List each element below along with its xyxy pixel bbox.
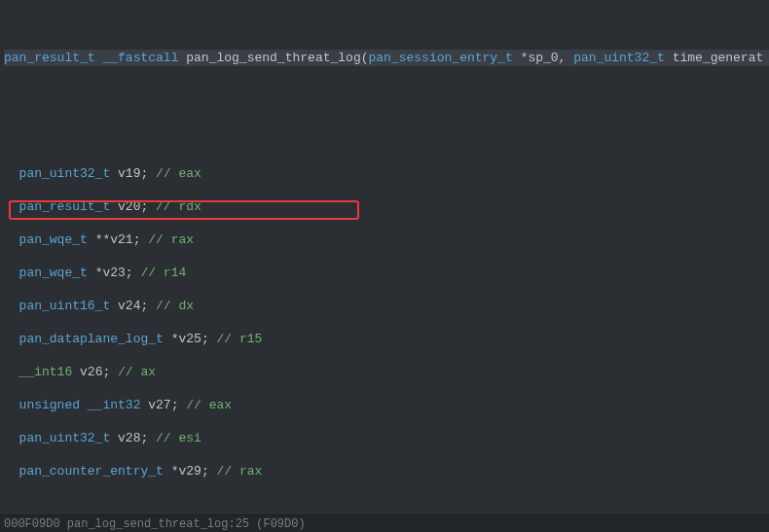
param1-type: pan_session_entry_t: [369, 51, 513, 65]
decl-v27[interactable]: unsigned __int32 v27; // eax: [4, 397, 769, 413]
param2-type: pan_uint32_t: [573, 51, 665, 65]
func-name: pan_log_send_threat_log: [186, 51, 360, 65]
decl-v26[interactable]: __int16 v26; // ax: [4, 364, 769, 380]
status-text: 000F09D0 pan_log_send_threat_log:25 (F09…: [4, 517, 306, 531]
decl-v23[interactable]: pan_wqe_t *v23; // r14: [4, 265, 769, 281]
param1-name: sp_0: [528, 51, 558, 65]
decl-v21[interactable]: pan_wqe_t **v21; // rax: [4, 231, 769, 248]
blank-line: [4, 99, 769, 116]
decl-v29[interactable]: pan_counter_entry_t *v29; // rax: [4, 463, 769, 479]
status-bar: 000F09D0 pan_log_send_threat_log:25 (F09…: [0, 514, 769, 532]
decl-v24[interactable]: pan_uint16_t v24; // dx: [4, 298, 769, 314]
param2-name: time_generat: [673, 51, 764, 65]
decl-v28[interactable]: pan_uint32_t v28; // esi: [4, 430, 769, 446]
ret-type: pan_result_t: [4, 51, 95, 65]
decl-v20[interactable]: pan_result_t v20; // rdx: [4, 198, 769, 215]
code-editor[interactable]: pan_result_t __fastcall pan_log_send_thr…: [0, 0, 769, 532]
decl-v25[interactable]: pan_dataplane_log_t *v25; // r15: [4, 331, 769, 347]
call-conv: __fastcall: [102, 51, 178, 65]
decl-v19[interactable]: pan_uint32_t v19; // eax: [4, 165, 769, 182]
function-signature[interactable]: pan_result_t __fastcall pan_log_send_thr…: [4, 50, 769, 66]
